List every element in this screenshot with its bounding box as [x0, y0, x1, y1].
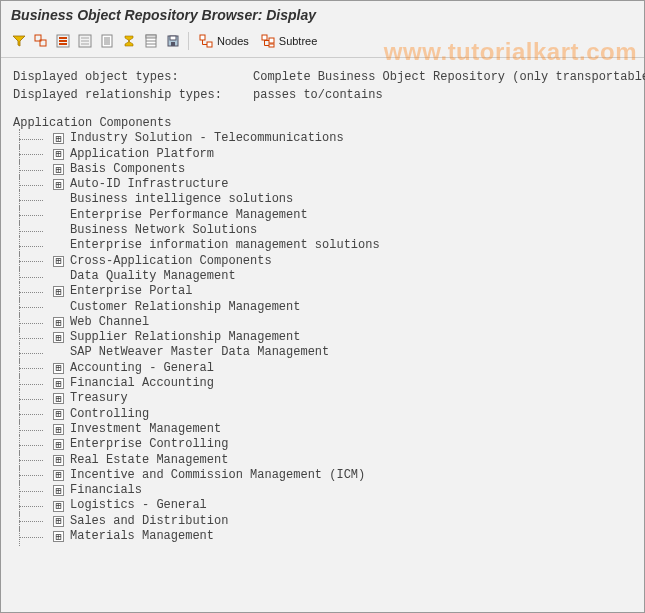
subtree-button-label: Subtree [279, 35, 318, 47]
tree-item-label[interactable]: SAP NetWeaver Master Data Management [70, 345, 329, 360]
tree-row: ⊞Auto-ID Infrastructure [13, 177, 632, 192]
sheet-icon[interactable] [141, 31, 161, 51]
expand-icon[interactable]: ⊞ [53, 286, 64, 297]
expand-icon[interactable]: ⊞ [53, 256, 64, 267]
tree-item-label[interactable]: Supplier Relationship Management [70, 330, 300, 345]
select-block-icon[interactable] [31, 31, 51, 51]
no-expand-spacer [53, 225, 64, 236]
tree-item-label[interactable]: Enterprise Portal [70, 284, 192, 299]
tree-item-label[interactable]: Sales and Distribution [70, 514, 228, 529]
tree-item-label[interactable]: Cross-Application Components [70, 254, 272, 269]
tree-item-label[interactable]: Data Quality Management [70, 269, 236, 284]
tree-item-label[interactable]: Application Platform [70, 147, 214, 162]
expand-icon[interactable]: ⊞ [53, 424, 64, 435]
svg-rect-25 [269, 38, 274, 43]
svg-rect-20 [170, 36, 176, 40]
object-types-label: Displayed object types: [13, 68, 253, 86]
tree-item-label[interactable]: Basis Components [70, 162, 185, 177]
expand-icon[interactable]: ⊞ [53, 531, 64, 542]
filter-icon[interactable] [9, 31, 29, 51]
tree-item-label[interactable]: Accounting - General [70, 361, 214, 376]
tree-row: ⊞Supplier Relationship Management [13, 330, 632, 345]
tree-row: ⊞Incentive and Commission Management (IC… [13, 468, 632, 483]
svg-rect-8 [81, 40, 89, 42]
tree-row: ⊞Controlling [13, 407, 632, 422]
svg-rect-22 [200, 35, 205, 40]
tree-item-label[interactable]: Logistics - General [70, 498, 207, 513]
tree-item-label[interactable]: Incentive and Commission Management (ICM… [70, 468, 365, 483]
object-types-value: Complete Business Object Repository (onl… [253, 68, 645, 86]
tree-item-label[interactable]: Treasury [70, 391, 128, 406]
tree-item-label[interactable]: Investment Management [70, 422, 221, 437]
svg-rect-23 [207, 42, 212, 47]
expand-icon[interactable]: ⊞ [53, 332, 64, 343]
tree-item-label[interactable]: Enterprise information management soluti… [70, 238, 380, 253]
svg-rect-9 [81, 43, 89, 45]
tree-row: ⊞Industry Solution - Telecommunications [13, 131, 632, 146]
expand-icon[interactable]: ⊞ [53, 317, 64, 328]
no-expand-spacer [53, 302, 64, 313]
expand-icon[interactable]: ⊞ [53, 179, 64, 190]
rel-types-label: Displayed relationship types: [13, 86, 253, 104]
svg-rect-24 [262, 35, 267, 40]
tree-item-label[interactable]: Financial Accounting [70, 376, 214, 391]
expand-icon[interactable]: ⊞ [53, 164, 64, 175]
tree-item-label[interactable]: Enterprise Controlling [70, 437, 228, 452]
expand-icon[interactable]: ⊞ [53, 470, 64, 481]
nodes-button[interactable]: Nodes [194, 31, 254, 51]
tree: Application Components ⊞Industry Solutio… [1, 116, 644, 552]
expand-icon[interactable]: ⊞ [53, 393, 64, 404]
tree-row: ⊞Treasury [13, 391, 632, 406]
tree-item-label[interactable]: Enterprise Performance Management [70, 208, 308, 223]
tree-item-label[interactable]: Web Channel [70, 315, 149, 330]
subtree-button[interactable]: Subtree [256, 31, 323, 51]
tree-row: Customer Relationship Management [13, 300, 632, 315]
rel-types-value: passes to/contains [253, 86, 383, 104]
list-icon[interactable] [97, 31, 117, 51]
tree-row: ⊞Basis Components [13, 162, 632, 177]
tree-item-label[interactable]: Controlling [70, 407, 149, 422]
tree-row: ⊞Sales and Distribution [13, 514, 632, 529]
tree-item-label[interactable]: Materials Management [70, 529, 214, 544]
tree-row: ⊞Web Channel [13, 315, 632, 330]
sum-icon[interactable] [119, 31, 139, 51]
tree-item-label[interactable]: Business Network Solutions [70, 223, 257, 238]
tree-row: ⊞Application Platform [13, 147, 632, 162]
tree-item-label[interactable]: Business intelligence solutions [70, 192, 293, 207]
tree-row: ⊞Real Estate Management [13, 453, 632, 468]
tree-row: ⊞Investment Management [13, 422, 632, 437]
expand-icon[interactable]: ⊞ [53, 363, 64, 374]
expand-icon[interactable]: ⊞ [53, 378, 64, 389]
svg-rect-26 [269, 44, 274, 47]
no-expand-spacer [53, 241, 64, 252]
select-all-icon[interactable] [53, 31, 73, 51]
svg-rect-5 [59, 43, 67, 45]
expand-icon[interactable]: ⊞ [53, 516, 64, 527]
expand-icon[interactable]: ⊞ [53, 501, 64, 512]
tree-connector [13, 529, 53, 544]
tree-row: ⊞Financial Accounting [13, 376, 632, 391]
tree-row: ⊞Financials [13, 483, 632, 498]
tree-row: ⊞Materials Management [13, 529, 632, 544]
expand-icon[interactable]: ⊞ [53, 439, 64, 450]
tree-item-label[interactable]: Real Estate Management [70, 453, 228, 468]
expand-icon[interactable]: ⊞ [53, 149, 64, 160]
tree-item-label[interactable]: Industry Solution - Telecommunications [70, 131, 344, 146]
save-icon[interactable] [163, 31, 183, 51]
expand-icon[interactable]: ⊞ [53, 485, 64, 496]
nodes-button-label: Nodes [217, 35, 249, 47]
expand-icon[interactable]: ⊞ [53, 409, 64, 420]
tree-row: Data Quality Management [13, 269, 632, 284]
expand-icon[interactable]: ⊞ [53, 455, 64, 466]
tree-item-label[interactable]: Customer Relationship Management [70, 300, 300, 315]
expand-icon[interactable]: ⊞ [53, 133, 64, 144]
svg-rect-3 [59, 37, 67, 39]
tree-row: Business Network Solutions [13, 223, 632, 238]
tree-item-label[interactable]: Financials [70, 483, 142, 498]
deselect-all-icon[interactable] [75, 31, 95, 51]
tree-row: Business intelligence solutions [13, 192, 632, 207]
tree-item-label[interactable]: Auto-ID Infrastructure [70, 177, 228, 192]
tree-root[interactable]: Application Components [13, 116, 632, 131]
no-expand-spacer [53, 195, 64, 206]
no-expand-spacer [53, 271, 64, 282]
